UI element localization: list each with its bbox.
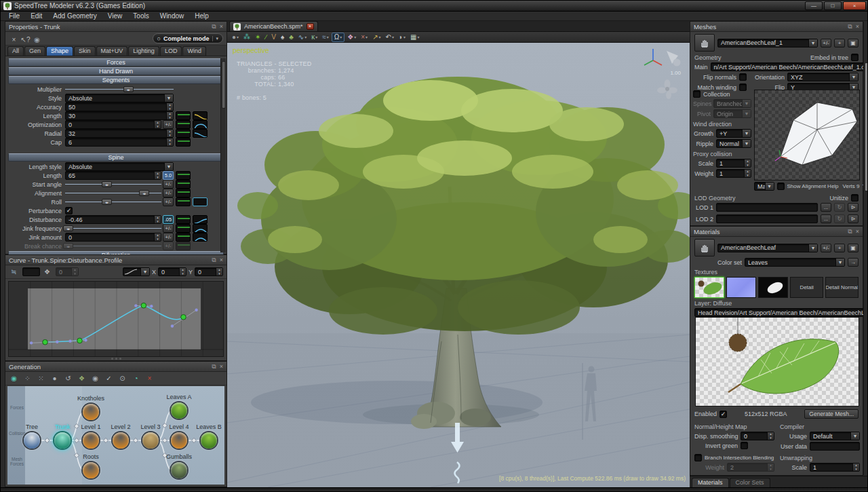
add-generator-icon[interactable]: ⁘ (22, 374, 33, 383)
texture-path-field[interactable]: Head Revision/Art Support/American Beech… (694, 308, 868, 317)
tab-materials[interactable]: Materials (692, 478, 729, 487)
ripple-dropdown[interactable]: Normal (716, 139, 751, 148)
menu-view[interactable]: View (102, 12, 128, 20)
camera-mode-label[interactable]: perspective (233, 46, 269, 54)
arc-curve-chip[interactable] (193, 233, 208, 242)
curve-color-swatch[interactable] (22, 267, 40, 276)
section-segments[interactable]: Segments (8, 76, 224, 84)
scrollbar-thumb[interactable] (865, 62, 868, 191)
lod1-path-field[interactable] (716, 203, 818, 212)
mesh-select-dropdown[interactable]: AmericanBeechLeaf_1 (717, 39, 818, 48)
curve-control-point[interactable] (181, 315, 186, 320)
generator-node-gumballs[interactable] (171, 462, 187, 478)
sphere-icon[interactable]: ● (50, 374, 60, 383)
float-panel-icon[interactable]: ⧉ (212, 24, 216, 30)
delete-icon[interactable]: × (9, 35, 19, 44)
tab-shape[interactable]: Shape (46, 46, 73, 56)
menu-help[interactable]: Help (189, 12, 214, 20)
profile-curve-chip[interactable] (176, 224, 191, 233)
flip-normals-checkbox[interactable] (739, 73, 747, 81)
tab-close-icon[interactable]: × (307, 23, 314, 30)
copy-button[interactable]: ▣ (848, 244, 859, 252)
mesh-preview[interactable] (754, 90, 860, 181)
plus-minus-button[interactable]: +/- (163, 189, 174, 197)
frond-tool-icon[interactable]: ♣ (287, 33, 296, 42)
profile-curve-chip[interactable] (176, 111, 191, 120)
lock-icon[interactable]: ⊙ (117, 374, 127, 383)
generator-node-level2[interactable] (113, 432, 129, 449)
lod2-path-field[interactable] (716, 214, 818, 223)
generator-node-leavesB[interactable] (201, 432, 217, 449)
copy-button[interactable]: ▣ (848, 39, 859, 48)
season-tool-icon[interactable]: ❖▾ (345, 33, 358, 42)
profile-curve-chip[interactable] (176, 171, 191, 180)
empty-curve-chip[interactable] (193, 197, 208, 206)
plus-minus-button[interactable]: +/- (163, 120, 174, 129)
generator-node-knotholes[interactable] (83, 404, 99, 420)
perturbance-checkbox[interactable] (65, 207, 73, 214)
properties-scrollbar[interactable] (220, 58, 226, 252)
close-button[interactable]: × (843, 1, 866, 10)
sphere-tool-icon[interactable]: ◗▾ (397, 33, 408, 42)
profile-curve-chip[interactable] (176, 129, 191, 138)
generator-sphere-icon[interactable]: ◉ (9, 374, 19, 383)
viewport-3d[interactable]: perspective TRIANGLES - SELECTED branche… (227, 43, 690, 487)
branch-blend-checkbox[interactable] (694, 454, 702, 461)
leaf-tool-icon[interactable]: ✶ (253, 33, 262, 42)
disp-smoothing-input[interactable]: 0 (741, 432, 774, 440)
color-set-dropdown[interactable]: Leaves (745, 258, 845, 267)
bone-tool-icon[interactable]: κ▾ (309, 33, 319, 42)
growth-dropdown[interactable]: +Y (716, 129, 751, 138)
curve-stamp-icon[interactable]: ❖ (42, 267, 52, 277)
curve-list-icon[interactable]: ≒ (9, 267, 19, 277)
embed-checkbox[interactable] (851, 54, 859, 61)
unwrap-scale-input[interactable]: 1 (810, 463, 860, 472)
reload-icon[interactable]: ↻ (834, 214, 845, 223)
tab-color-sets[interactable]: Color Sets (730, 478, 770, 487)
tab-lod[interactable]: LOD (160, 46, 182, 56)
complete-mode-button[interactable]: ○ Complete mode ▾ (153, 33, 223, 43)
loop-icon[interactable]: ↺ (63, 374, 73, 383)
tab-skin[interactable]: Skin (74, 46, 96, 56)
profile-curve-chip[interactable] (176, 215, 191, 224)
seed-icon[interactable]: ◔ (131, 374, 141, 383)
profile-curve-chip[interactable] (176, 233, 191, 242)
generator-node-trunk[interactable] (54, 432, 71, 449)
pivot-dropdown[interactable]: Origin (713, 109, 751, 118)
add-button[interactable]: + (834, 244, 845, 252)
detail-normal-texture-thumb[interactable]: Detail Normal (825, 277, 859, 298)
curve-x-input[interactable]: 0 (158, 267, 186, 276)
rise-curve-chip[interactable] (193, 215, 208, 224)
transform-tool-icon[interactable]: ↗▾ (370, 33, 382, 42)
menu-edit[interactable]: Edit (25, 12, 47, 20)
float-panel-icon[interactable]: ⧉ (212, 364, 216, 370)
close-panel-icon[interactable]: × (220, 24, 223, 30)
splitter-dots[interactable] (5, 356, 226, 360)
curve-y-input[interactable]: 0 (195, 267, 223, 276)
float-panel-icon[interactable]: ⧉ (848, 24, 852, 30)
enabled-checkbox[interactable] (719, 411, 727, 418)
generator-node-tree[interactable] (24, 432, 40, 449)
curve-control-point[interactable] (141, 303, 146, 308)
main-mesh-path-field[interactable]: n/Art Support/American Beech/AmericanBee… (711, 62, 868, 71)
optimization-input[interactable]: 0 (65, 120, 161, 129)
roll-slider[interactable]: ◂▸ (65, 197, 161, 206)
plus-minus-button[interactable]: +/- (821, 244, 831, 252)
menu-window[interactable]: Window (155, 12, 190, 20)
curve-control-point[interactable] (43, 339, 48, 345)
tab-lighting[interactable]: Lighting (128, 46, 159, 56)
usage-dropdown[interactable]: Default (810, 432, 860, 440)
curve-value-input[interactable]: 0 (56, 267, 79, 276)
scrollbar-thumb[interactable] (222, 61, 226, 109)
texture-preview[interactable] (695, 317, 859, 406)
close-panel-icon[interactable]: × (856, 24, 859, 30)
plus-minus-button[interactable]: +/- (821, 39, 831, 48)
delete-icon[interactable]: × (144, 374, 155, 383)
curve-control-point[interactable] (77, 338, 83, 343)
accuracy-input[interactable]: 50 (65, 102, 174, 111)
close-panel-icon[interactable]: × (220, 257, 223, 263)
generation-node-graph[interactable]: TreeTrunkKnotholesLevel 1Level 2Level 3L… (7, 386, 224, 485)
disturbance-input[interactable]: -0.46 (65, 215, 161, 224)
panel-tool-icon[interactable]: ▦▾ (408, 33, 421, 42)
user-data-field[interactable] (810, 442, 860, 451)
